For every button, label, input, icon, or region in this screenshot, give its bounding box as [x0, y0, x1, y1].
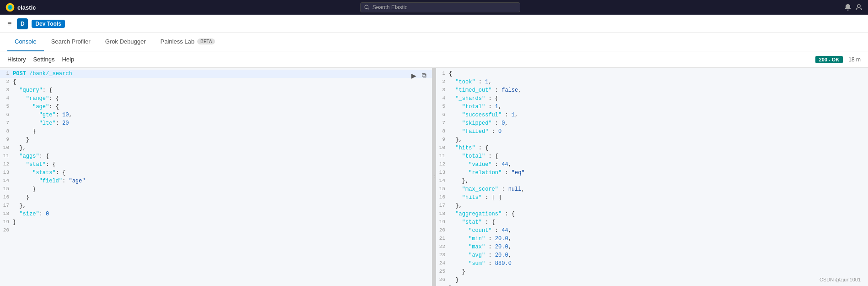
code-line: 2 "took" : 1,: [436, 78, 868, 86]
code-line[interactable]: 11 "aggs": {: [0, 152, 432, 160]
code-line: 24 "sum" : 880.0: [436, 259, 868, 268]
code-line[interactable]: 10 },: [0, 144, 432, 152]
line-content: {: [13, 78, 432, 86]
code-line[interactable]: 7 "lte": 20: [0, 119, 432, 127]
editor-toolbar: ▶ ⧉: [410, 71, 428, 80]
code-line[interactable]: 15 }: [0, 185, 432, 193]
line-content: "range": {: [13, 94, 432, 103]
help-link[interactable]: Help: [62, 54, 74, 65]
line-number: 1: [436, 70, 449, 77]
history-link[interactable]: History: [7, 54, 26, 65]
code-line: 8 "failed" : 0: [436, 127, 868, 136]
code-line[interactable]: 1POST /bank/_search: [0, 70, 432, 78]
line-number: 26: [436, 276, 449, 284]
tab-painless-lab-label: Painless Lab: [161, 38, 194, 45]
code-line[interactable]: 3 "query": {: [0, 86, 432, 94]
line-content: "successful" : 1,: [449, 111, 868, 119]
code-line: 18 "aggregations" : {: [436, 210, 868, 218]
code-line: 23 "avg" : 20.0,: [436, 251, 868, 259]
code-line: 12 "value" : 44,: [436, 160, 868, 169]
line-content: "failed" : 0: [449, 127, 868, 136]
code-line[interactable]: 12 "stat": {: [0, 160, 432, 169]
line-number: 24: [436, 259, 449, 267]
hamburger-button[interactable]: ≡: [5, 18, 13, 30]
settings-link[interactable]: Settings: [33, 54, 54, 65]
svg-point-2: [9, 6, 11, 8]
line-number: 7: [436, 119, 449, 127]
line-number: 10: [436, 144, 449, 152]
line-number: 4: [0, 94, 13, 102]
line-content: }: [449, 276, 868, 284]
code-line[interactable]: 5 "age": {: [0, 103, 432, 111]
code-line[interactable]: 2{: [0, 78, 432, 86]
line-number: 25: [436, 268, 449, 275]
watermark: CSDN @zjun1001: [819, 277, 861, 282]
code-line: 20 "count" : 44,: [436, 226, 868, 235]
line-number: 14: [0, 177, 13, 185]
line-content: },: [13, 144, 432, 152]
line-number: 3: [0, 86, 13, 94]
run-button[interactable]: ▶: [410, 71, 418, 80]
line-content: "field": "age": [13, 177, 432, 185]
line-content: }: [13, 218, 432, 226]
code-line: 25 }: [436, 268, 868, 276]
nav-center: Search Elastic: [36, 2, 844, 12]
tab-console-label: Console: [15, 38, 37, 45]
user-icon[interactable]: [855, 4, 863, 11]
line-content: "query": {: [13, 86, 432, 94]
tab-search-profiler-label: Search Profiler: [51, 38, 91, 45]
elastic-label: elastic: [17, 4, 36, 11]
line-content: }: [13, 193, 432, 202]
line-content: },: [449, 202, 868, 210]
line-number: 10: [0, 144, 13, 152]
code-line[interactable]: 19}: [0, 218, 432, 226]
tab-console[interactable]: Console: [7, 33, 44, 51]
tab-grok-debugger[interactable]: Grok Debugger: [98, 33, 153, 51]
line-number: 4: [436, 94, 449, 102]
line-content: }: [449, 284, 868, 286]
global-search-bar[interactable]: Search Elastic: [360, 2, 520, 12]
tab-painless-lab[interactable]: Painless Lab BETA: [153, 33, 223, 51]
code-line: 21 "min" : 20.0,: [436, 235, 868, 243]
editor-code-block[interactable]: 1POST /bank/_search2{3 "query": {4 "rang…: [0, 68, 432, 286]
code-line: 4 "_shards" : {: [436, 94, 868, 103]
code-line[interactable]: 4 "range": {: [0, 94, 432, 103]
code-line[interactable]: 8 }: [0, 127, 432, 136]
line-content: "lte": 20: [13, 119, 432, 127]
line-number: 27: [436, 284, 449, 286]
line-content: POST /bank/_search: [13, 70, 432, 78]
result-pane: 1{2 "took" : 1,3 "timed_out" : false,4 "…: [436, 68, 868, 286]
code-line[interactable]: 17 },: [0, 202, 432, 210]
copy-button[interactable]: ⧉: [420, 71, 428, 80]
line-number: 16: [436, 193, 449, 201]
line-content: "count" : 44,: [449, 226, 868, 235]
code-line: 1{: [436, 70, 868, 78]
status-badge: 200 - OK: [815, 56, 843, 63]
tab-search-profiler[interactable]: Search Profiler: [44, 33, 98, 51]
sub-nav: History Settings Help 200 - OK 18 m: [0, 51, 868, 68]
code-line: 19 "stat" : {: [436, 218, 868, 226]
code-line[interactable]: 18 "size": 0: [0, 210, 432, 218]
elastic-logo-icon: [5, 3, 15, 12]
code-line: 17 },: [436, 202, 868, 210]
line-number: 12: [436, 160, 449, 168]
code-line[interactable]: 20: [0, 226, 432, 235]
code-line: 9 },: [436, 136, 868, 144]
line-content: "stat": {: [13, 160, 432, 169]
code-line[interactable]: 13 "stats": {: [0, 169, 432, 177]
notifications-icon[interactable]: [844, 4, 852, 11]
editor-pane: ▶ ⧉ 1POST /bank/_search2{3 "query": {4 "…: [0, 68, 433, 286]
line-number: 7: [0, 119, 13, 127]
line-number: 18: [0, 210, 13, 218]
line-content: "skipped" : 0,: [449, 119, 868, 127]
code-line: 13 "relation" : "eq": [436, 169, 868, 177]
line-content: }: [13, 185, 432, 193]
line-number: 14: [436, 177, 449, 185]
code-line[interactable]: 6 "gte": 10,: [0, 111, 432, 119]
code-line[interactable]: 16 }: [0, 193, 432, 202]
code-line[interactable]: 14 "field": "age": [0, 177, 432, 185]
sub-nav-right: 200 - OK 18 m: [815, 56, 861, 63]
line-content: "took" : 1,: [449, 78, 868, 86]
line-number: 6: [436, 111, 449, 119]
code-line[interactable]: 9 }: [0, 136, 432, 144]
